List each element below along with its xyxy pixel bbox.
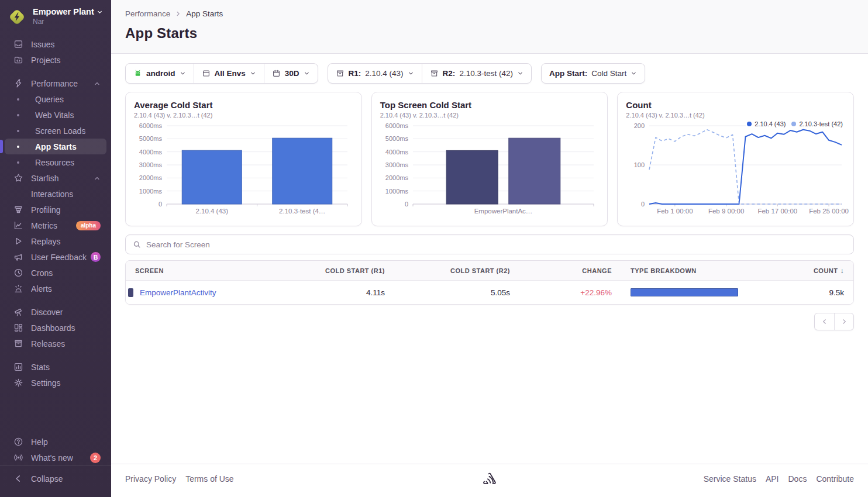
screen-search [125, 234, 854, 254]
sidebar-item-dashboards[interactable]: Dashboards [5, 320, 106, 336]
sidebar-item-releases[interactable]: Releases [5, 336, 106, 351]
star-icon [13, 173, 23, 184]
column-header-type-breakdown[interactable]: TYPE BREAKDOWN [621, 267, 748, 274]
release-2-filter-value: 2.10.3-test (42) [459, 69, 513, 78]
bar-average-cold-start-2-10-3-test-4 [273, 138, 332, 204]
column-header-cold-start-r2[interactable]: COLD START (R2) [394, 267, 519, 274]
sidebar-item-projects[interactable]: Projects [5, 52, 106, 68]
chart-subtitle: 2.10.4 (43) v. 2.10.3…t (42) [626, 112, 845, 119]
chart-title: Average Cold Start [134, 100, 353, 110]
line-series-2-10-4-43 [649, 130, 842, 204]
charts-row: Average Cold Start2.10.4 (43) v. 2.10.3…… [125, 92, 854, 226]
calendar-icon [272, 69, 281, 78]
footer-link-api[interactable]: API [766, 474, 779, 484]
column-header-change[interactable]: CHANGE [519, 267, 621, 274]
sidebar-item-label: Dashboards [31, 323, 75, 333]
sidebar-item-help[interactable]: Help [5, 434, 106, 450]
chevron-down-icon [250, 70, 256, 77]
chevron-down-icon [180, 70, 186, 77]
sidebar-item-resources[interactable]: Resources [5, 154, 106, 170]
sidebar-collapse-button[interactable]: Collapse [5, 471, 106, 486]
app-start-type-filter[interactable]: App Start:Cold Start [542, 64, 645, 83]
screen-link[interactable]: EmpowerPlantActivity [140, 288, 216, 297]
footer-link-docs[interactable]: Docs [788, 474, 807, 484]
chart-card-count: Count2.10.4 (43) v. 2.10.3…t (42)2.10.4 … [617, 92, 854, 226]
table-row: EmpowerPlantActivity4.11s5.05s+22.96%9.5… [126, 281, 853, 304]
sidebar-item-metrics[interactable]: Metricsalpha [5, 218, 106, 233]
release-icon [430, 69, 439, 78]
sidebar-item-interactions[interactable]: Interactions [5, 186, 106, 202]
svg-text:2.10.4 (43): 2.10.4 (43) [195, 208, 228, 215]
next-page-button[interactable] [834, 313, 853, 330]
org-logo-icon [7, 7, 27, 27]
sidebar-item-replays[interactable]: Replays [5, 233, 106, 249]
sidebar-item-settings[interactable]: Settings [5, 375, 106, 391]
sort-arrow-icon: ↓ [841, 267, 845, 275]
column-label: COUNT [814, 267, 838, 274]
svg-text:1000ms: 1000ms [385, 188, 409, 195]
column-header-cold-start-r1[interactable]: COLD START (R1) [269, 267, 394, 274]
column-label: TYPE BREAKDOWN [631, 267, 697, 274]
sidebar-item-stats[interactable]: Stats [5, 359, 106, 375]
chevron-right-icon [175, 11, 181, 17]
column-label: COLD START (R2) [450, 267, 510, 274]
sidebar-item-what-s-new[interactable]: What's new2 [5, 450, 106, 465]
release-1-filter[interactable]: R1:2.10.4 (43) [328, 64, 422, 83]
legend-label: 2.10.4 (43) [755, 120, 786, 127]
svg-text:Feb 1 00:00: Feb 1 00:00 [657, 208, 693, 215]
play-icon [13, 236, 23, 247]
type-breakdown-bar[interactable] [631, 288, 738, 296]
sidebar-item-label: Starfish [31, 174, 58, 183]
sidebar-item-performance[interactable]: Performance [5, 75, 106, 91]
column-header-count[interactable]: COUNT↓ [748, 267, 853, 275]
metrics-icon [13, 220, 23, 231]
footer-link-privacy-policy[interactable]: Privacy Policy [125, 474, 176, 484]
environment-filter[interactable]: All Envs [194, 64, 264, 83]
sidebar-item-app-starts[interactable]: App Starts [5, 139, 106, 154]
breadcrumb: Performance App Starts [125, 9, 854, 18]
sidebar-item-discover[interactable]: Discover [5, 304, 106, 320]
chart-plot: 2.10.4 (43)2.10.3-test (42)0100200Feb 1 … [626, 122, 845, 217]
svg-text:6000ms: 6000ms [139, 122, 163, 129]
svg-text:0: 0 [405, 201, 408, 208]
breadcrumb-performance[interactable]: Performance [125, 9, 170, 18]
sidebar-item-alerts[interactable]: Alerts [5, 281, 106, 296]
sidebar-item-crons[interactable]: Crons [5, 265, 106, 281]
sidebar-item-user-feedback[interactable]: User FeedbackB [5, 249, 106, 265]
user-feedback-badge: B [91, 252, 101, 262]
release-2-filter[interactable]: R2:2.10.3-test (42) [422, 64, 531, 83]
search-icon [133, 240, 141, 248]
chart-svg: 0100200Feb 1 00:00Feb 9 00:00Feb 17 00:0… [626, 122, 845, 217]
sidebar-item-profiling[interactable]: Profiling [5, 202, 106, 218]
svg-text:3000ms: 3000ms [139, 161, 163, 168]
org-subtitle: Nar [33, 18, 103, 26]
search-input[interactable] [146, 240, 846, 249]
previous-page-button[interactable] [815, 313, 834, 330]
issues-icon [13, 39, 23, 50]
sidebar-item-label: Settings [31, 378, 61, 388]
chart-plot: 01000ms2000ms3000ms4000ms5000ms6000msEmp… [380, 122, 600, 217]
sidebar-item-web-vitals[interactable]: Web Vitals [5, 107, 106, 123]
app-start-type-filter-label: App Start: [549, 69, 587, 78]
filter-group-1: R1:2.10.4 (43)R2:2.10.3-test (42) [328, 63, 532, 84]
sidebar-item-label: Interactions [31, 189, 73, 199]
footer-link-terms-of-use[interactable]: Terms of Use [185, 474, 233, 484]
svg-text:2000ms: 2000ms [139, 174, 163, 181]
release-2-filter-label: R2: [443, 69, 456, 78]
sidebar-item-starfish[interactable]: Starfish [5, 170, 106, 186]
svg-text:100: 100 [634, 161, 645, 168]
project-filter[interactable]: android [126, 64, 194, 83]
chevron-down-icon [517, 70, 523, 77]
sidebar-item-queries[interactable]: Queries [5, 91, 106, 107]
sidebar-item-issues[interactable]: Issues [5, 36, 106, 52]
footer-link-contribute[interactable]: Contribute [816, 474, 854, 484]
column-header-screen[interactable]: SCREEN [126, 267, 269, 274]
footer-link-service-status[interactable]: Service Status [704, 474, 756, 484]
date-range-filter[interactable]: 30D [264, 64, 318, 83]
svg-text:0: 0 [159, 201, 162, 208]
filter-bar: androidAll Envs30DR1:2.10.4 (43)R2:2.10.… [125, 63, 854, 84]
sidebar-item-screen-loads[interactable]: Screen Loads [5, 123, 106, 139]
legend-item-2-10-3-test-42[interactable]: 2.10.3-test (42) [791, 120, 843, 127]
legend-item-2-10-4-43[interactable]: 2.10.4 (43) [747, 120, 786, 127]
org-switcher[interactable]: Empower Plant Nar [0, 0, 111, 33]
